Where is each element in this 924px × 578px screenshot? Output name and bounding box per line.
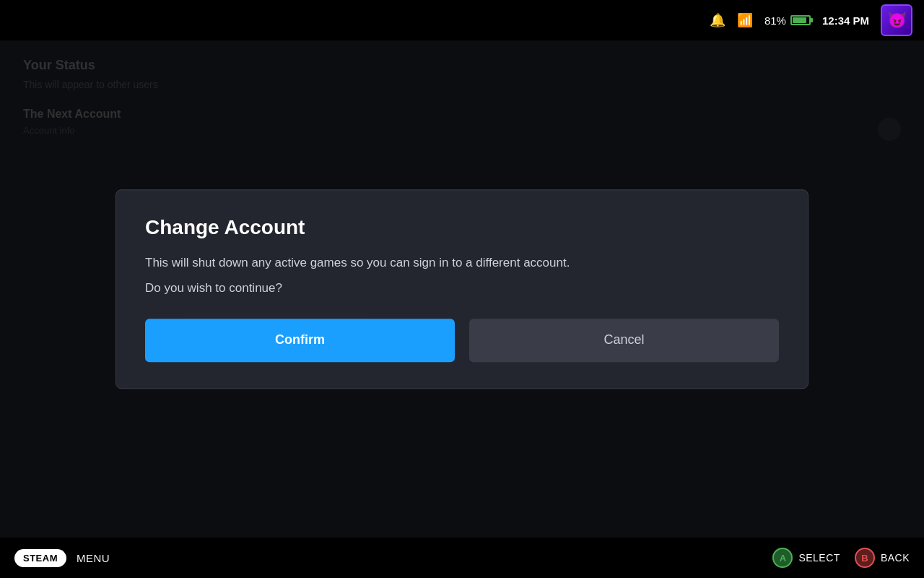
bottom-left: STEAM MENU — [14, 549, 110, 567]
battery-icon — [790, 15, 811, 25]
clock: 12:34 PM — [822, 14, 869, 27]
battery-container: 81% — [764, 14, 811, 27]
back-label: BACK — [881, 552, 910, 564]
b-button[interactable]: B — [855, 548, 875, 568]
battery-percent: 81% — [764, 14, 786, 27]
steam-badge[interactable]: STEAM — [14, 549, 66, 567]
dialog-body-text: This will shut down any active games so … — [145, 254, 779, 272]
dialog-title: Change Account — [145, 216, 779, 239]
wifi-icon: 📶 — [737, 12, 753, 28]
change-account-dialog: Change Account This will shut down any a… — [116, 189, 808, 389]
menu-label: MENU — [77, 552, 110, 564]
status-bar: 🔔 📶 81% 12:34 PM 😈 — [0, 0, 924, 40]
confirm-button[interactable]: Confirm — [145, 319, 455, 362]
notification-icon: 🔔 — [710, 12, 725, 28]
avatar[interactable]: 😈 — [881, 4, 912, 36]
dialog-question-text: Do you wish to continue? — [145, 281, 779, 296]
select-button-group: A SELECT — [772, 548, 840, 568]
bottom-right: A SELECT B BACK — [772, 548, 910, 568]
cancel-button[interactable]: Cancel — [469, 319, 779, 362]
select-label: SELECT — [798, 552, 840, 564]
bottom-bar: STEAM MENU A SELECT B BACK — [0, 538, 924, 578]
back-button-group: B BACK — [855, 548, 910, 568]
a-button[interactable]: A — [772, 548, 793, 568]
dialog-buttons: Confirm Cancel — [145, 319, 779, 362]
